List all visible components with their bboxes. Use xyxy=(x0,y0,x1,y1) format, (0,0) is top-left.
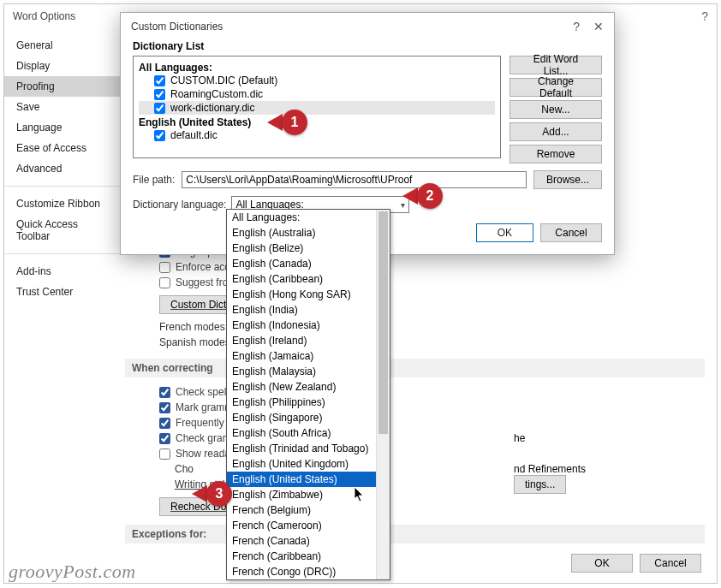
options-sidebar: General Display Proofing Save Language E… xyxy=(4,28,120,581)
sidebar-item-ease-of-access[interactable]: Ease of Access xyxy=(4,138,120,158)
language-option[interactable]: English (Trinidad and Tobago) xyxy=(227,441,390,456)
listbox-group-en: English (United States) xyxy=(139,116,495,128)
readability-checkbox[interactable] xyxy=(159,448,170,460)
dict-checkbox[interactable] xyxy=(154,75,165,86)
language-option[interactable]: English (Philippines) xyxy=(227,395,390,410)
word-options-cancel-button[interactable]: Cancel xyxy=(640,554,701,573)
custom-dictionaries-cancel-button[interactable]: Cancel xyxy=(540,223,602,242)
dictionary-side-buttons: Edit Word List... Change Default New... … xyxy=(509,56,602,163)
language-option[interactable]: French (Belgium) xyxy=(227,502,390,518)
sidebar-divider xyxy=(4,253,120,254)
dict-checkbox[interactable] xyxy=(154,130,165,141)
new-button[interactable]: New... xyxy=(509,100,602,119)
listbox-group-all: All Languages: xyxy=(139,62,495,74)
word-options-title: Word Options xyxy=(13,10,75,22)
dictionary-language-label: Dictionary language: xyxy=(133,199,226,211)
change-default-button[interactable]: Change Default xyxy=(509,78,602,97)
enforce-checkbox[interactable] xyxy=(159,262,170,273)
sidebar-item-advanced[interactable]: Advanced xyxy=(4,158,120,179)
help-icon[interactable]: ? xyxy=(701,9,708,23)
language-option[interactable]: English (Hong Kong SAR) xyxy=(227,287,390,302)
dictionary-listbox[interactable]: All Languages: CUSTOM.DIC (Default) Roam… xyxy=(133,56,501,158)
mark-grammar-checkbox[interactable] xyxy=(159,402,170,413)
language-option[interactable]: French (Congo (DRC)) xyxy=(227,564,390,579)
sidebar-item-proofing[interactable]: Proofing xyxy=(4,76,120,97)
sidebar-item-quick-access-toolbar[interactable]: Quick Access Toolbar xyxy=(4,214,120,246)
language-option[interactable]: English (United States) xyxy=(227,472,390,487)
sidebar-item-trust-center[interactable]: Trust Center xyxy=(4,282,120,302)
check-grammar2-checkbox[interactable] xyxy=(159,433,170,444)
custom-dictionaries-titlebar: Custom Dictionaries ? ✕ xyxy=(121,13,614,40)
language-option[interactable]: English (New Zealand) xyxy=(227,379,390,395)
french-modes-label: French modes: xyxy=(159,321,228,333)
word-options-ok-button[interactable]: OK xyxy=(571,554,633,573)
close-icon[interactable]: ✕ xyxy=(593,20,604,33)
language-option[interactable]: English (Indonesia) xyxy=(227,318,390,333)
custom-dictionaries-ok-button[interactable]: OK xyxy=(476,223,533,242)
fragment-nd: nd Refinements xyxy=(514,463,586,475)
dict-checkbox[interactable] xyxy=(154,103,165,114)
watermark: groovyPost.com xyxy=(9,561,136,583)
language-option[interactable]: English (India) xyxy=(227,302,390,318)
browse-button[interactable]: Browse... xyxy=(533,170,602,189)
fragment-he: he xyxy=(514,432,525,444)
language-option[interactable]: English (Belize) xyxy=(227,241,390,256)
dict-item-label[interactable]: CUSTOM.DIC (Default) xyxy=(170,74,277,86)
section-when-correcting: When correcting xyxy=(125,359,705,377)
section-exceptions: Exceptions for: xyxy=(125,525,705,543)
dict-checkbox[interactable] xyxy=(154,89,165,100)
sidebar-item-customize-ribbon[interactable]: Customize Ribbon xyxy=(4,193,120,214)
cho-label: Cho xyxy=(175,463,194,475)
frequently-checkbox[interactable] xyxy=(159,418,170,429)
sidebar-item-save[interactable]: Save xyxy=(4,97,120,117)
language-option[interactable]: French (Canada) xyxy=(227,533,390,549)
settings-button[interactable]: tings... xyxy=(514,475,566,494)
dict-item-label[interactable]: RoamingCustom.dic xyxy=(170,88,263,100)
spanish-modes-label: Spanish modes: xyxy=(159,336,233,348)
scrollbar-thumb[interactable] xyxy=(378,211,388,434)
sidebar-item-general[interactable]: General xyxy=(4,35,120,56)
edit-word-list-button[interactable]: Edit Word List... xyxy=(509,56,602,74)
language-option[interactable]: English (South Africa) xyxy=(227,425,390,441)
custom-dictionaries-title: Custom Dictionaries xyxy=(131,21,223,33)
language-option[interactable]: French (Cameroon) xyxy=(227,518,390,533)
remove-button[interactable]: Remove xyxy=(509,145,602,163)
language-option[interactable]: English (Canada) xyxy=(227,256,390,271)
sidebar-item-add-ins[interactable]: Add-ins xyxy=(4,261,120,282)
callout-badge-3: 3 xyxy=(192,481,232,507)
dictionary-list-label: Dictionary List xyxy=(133,40,602,52)
language-option[interactable]: English (Malaysia) xyxy=(227,364,390,379)
dict-item-label[interactable]: work-dictionary.dic xyxy=(170,102,254,114)
language-option[interactable]: English (Caribbean) xyxy=(227,271,390,287)
help-icon[interactable]: ? xyxy=(573,20,580,33)
language-option[interactable]: French (Caribbean) xyxy=(227,549,390,564)
sidebar-item-display[interactable]: Display xyxy=(4,56,120,76)
dict-item-label[interactable]: default.dic xyxy=(170,129,217,141)
check-spelling-checkbox[interactable] xyxy=(159,387,170,398)
sidebar-item-language[interactable]: Language xyxy=(4,117,120,138)
file-path-label: File path: xyxy=(133,174,175,186)
mouse-cursor-icon xyxy=(355,487,366,502)
frequently-label: Frequently c xyxy=(176,417,232,429)
add-button[interactable]: Add... xyxy=(509,122,602,141)
suggest-checkbox[interactable] xyxy=(159,277,170,288)
language-option[interactable]: English (Jamaica) xyxy=(227,348,390,364)
language-option[interactable]: English (Australia) xyxy=(227,225,390,241)
file-path-field[interactable] xyxy=(182,171,527,188)
language-option[interactable]: English (Ireland) xyxy=(227,333,390,348)
language-option[interactable]: All Languages: xyxy=(227,210,390,225)
callout-badge-2: 2 xyxy=(402,183,443,209)
language-dropdown[interactable]: All Languages:English (Australia)English… xyxy=(226,209,390,580)
scrollbar[interactable] xyxy=(376,210,390,579)
mark-grammar-label: Mark gramm xyxy=(176,401,233,413)
language-option[interactable]: English (Singapore) xyxy=(227,410,390,425)
callout-badge-1: 1 xyxy=(267,110,307,135)
sidebar-divider xyxy=(4,186,120,187)
language-option[interactable]: English (United Kingdom) xyxy=(227,456,390,472)
